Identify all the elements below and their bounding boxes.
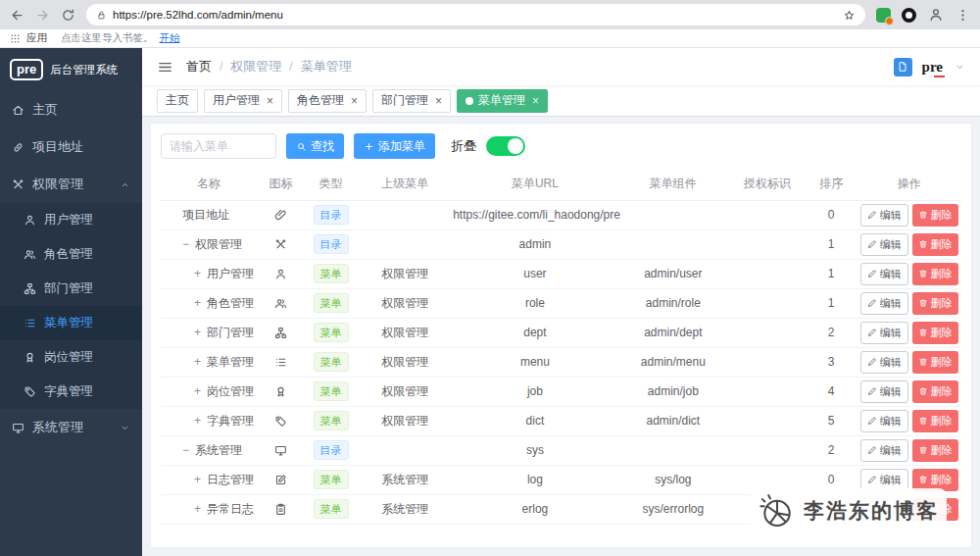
sidebar-item-menu[interactable]: 菜单管理: [0, 306, 142, 340]
delete-button[interactable]: 删除: [912, 263, 958, 285]
table-row: −权限管理 目录 admin 1 编辑删除: [161, 229, 961, 259]
sidebar-item-dict[interactable]: 字典管理: [0, 375, 142, 409]
sidebar-item-user[interactable]: 用户管理: [0, 203, 142, 237]
message-icon[interactable]: [894, 58, 912, 76]
clipboard-icon: [274, 503, 287, 516]
delete-button[interactable]: 删除: [912, 204, 958, 227]
refresh-icon[interactable]: [61, 8, 75, 23]
edit-button[interactable]: 编辑: [860, 380, 908, 403]
type-badge: 目录: [314, 234, 349, 254]
delete-button[interactable]: 删除: [912, 351, 958, 374]
tree-toggle[interactable]: −: [182, 237, 189, 251]
tab-menu[interactable]: 菜单管理×: [457, 89, 548, 113]
edit-button[interactable]: 编辑: [860, 292, 908, 315]
user-menu-caret-icon[interactable]: [955, 62, 965, 73]
sidebar-toggle-icon[interactable]: [157, 59, 173, 76]
tab-dept[interactable]: 部门管理×: [372, 89, 451, 113]
menu-type-cell: 菜单: [305, 465, 357, 494]
edit-button[interactable]: 编辑: [860, 351, 908, 374]
extension-icon-dark[interactable]: [902, 8, 916, 23]
menu-name-cell: +菜单管理: [161, 347, 257, 377]
menu-type-cell: 目录: [305, 229, 357, 259]
bookmarks-start-link[interactable]: 开始: [160, 31, 180, 45]
tab-home[interactable]: 主页: [157, 89, 198, 113]
delete-button[interactable]: 删除: [912, 380, 958, 403]
menu-icon-cell: [257, 465, 305, 494]
tab-close-icon[interactable]: ×: [351, 95, 358, 107]
sidebar-item-dept[interactable]: 部门管理: [0, 272, 142, 306]
tree-toggle[interactable]: +: [194, 502, 201, 516]
search-button[interactable]: 查找: [286, 133, 344, 159]
sidebar-item-home[interactable]: 主页: [0, 91, 142, 128]
bookmark-star-icon[interactable]: [843, 9, 856, 22]
collapse-toggle[interactable]: [486, 136, 525, 156]
tree-toggle[interactable]: +: [194, 296, 201, 310]
sidebar: pre 后台管理系统 主页项目地址权限管理用户管理角色管理部门管理菜单管理岗位管…: [0, 48, 142, 556]
sidebar-item-permission[interactable]: 权限管理: [0, 166, 142, 203]
type-badge: 菜单: [314, 264, 349, 283]
menu-type-cell: 菜单: [305, 494, 357, 524]
tab-user[interactable]: 用户管理×: [204, 89, 282, 113]
type-badge: 菜单: [314, 352, 349, 372]
tab-close-icon[interactable]: ×: [435, 95, 442, 107]
brand-logo[interactable]: pre: [922, 59, 945, 76]
address-bar[interactable]: https://pre.52lhd.com/admin/menu: [86, 4, 865, 25]
sidebar-item-label: 岗位管理: [44, 349, 93, 366]
sidebar-item-job[interactable]: 岗位管理: [0, 340, 142, 375]
tree-toggle[interactable]: −: [182, 443, 189, 457]
delete-button[interactable]: 删除: [912, 292, 958, 315]
tree-toggle[interactable]: +: [194, 326, 201, 339]
pencil-icon: [867, 269, 877, 278]
users-icon: [274, 297, 287, 310]
parent-menu-cell: [357, 200, 453, 229]
sidebar-item-label: 角色管理: [44, 246, 93, 263]
edit-button[interactable]: 编辑: [860, 204, 908, 227]
watermark-logo-icon: [759, 492, 796, 530]
sort-cell: 1: [806, 259, 858, 288]
breadcrumb-item[interactable]: 权限管理: [230, 58, 281, 76]
delete-button[interactable]: 删除: [912, 410, 958, 432]
menu-name-cell: −权限管理: [161, 229, 257, 259]
tree-toggle[interactable]: +: [194, 384, 201, 398]
profile-avatar-icon[interactable]: [927, 6, 945, 24]
tab-role[interactable]: 角色管理×: [288, 89, 367, 113]
back-icon[interactable]: [10, 8, 24, 23]
url-text: https://pre.52lhd.com/admin/menu: [113, 9, 837, 21]
actions-cell: 编辑删除: [858, 200, 961, 229]
sidebar-item-system[interactable]: 系统管理: [0, 409, 142, 446]
menu-icon-cell: [257, 318, 305, 347]
pencil-icon: [867, 328, 877, 337]
add-menu-button[interactable]: 添加菜单: [354, 133, 435, 159]
sidebar-item-role[interactable]: 角色管理: [0, 237, 142, 272]
edit-button[interactable]: 编辑: [860, 263, 908, 285]
menu-search-input[interactable]: [161, 133, 276, 159]
menu-component-cell: [617, 200, 729, 229]
sidebar-item-project-url[interactable]: 项目地址: [0, 128, 142, 166]
tools-icon: [12, 178, 24, 191]
tree-toggle[interactable]: +: [194, 414, 201, 428]
edit-button[interactable]: 编辑: [860, 233, 908, 256]
parent-menu-cell: 权限管理: [357, 377, 453, 406]
delete-button[interactable]: 删除: [912, 439, 958, 462]
apps-label[interactable]: 应用: [26, 31, 47, 45]
breadcrumb-item[interactable]: 首页: [186, 58, 212, 76]
tree-toggle[interactable]: +: [194, 355, 201, 369]
apps-grid-icon[interactable]: [10, 29, 21, 47]
edit-button[interactable]: 编辑: [860, 410, 908, 432]
menu-url-cell: admin: [453, 229, 616, 259]
extension-icon-green[interactable]: [876, 8, 891, 23]
edit-button[interactable]: 编辑: [860, 439, 908, 462]
delete-button[interactable]: 删除: [912, 233, 958, 256]
tab-close-icon[interactable]: ×: [267, 95, 273, 107]
auth-cell: [729, 435, 806, 465]
tab-close-icon[interactable]: ×: [532, 95, 539, 107]
column-header: 类型: [305, 169, 357, 200]
main-area: 首页/权限管理/菜单管理 pre 主页用户管理×角色管理×部门管理×菜单管理× …: [142, 48, 980, 556]
tree-toggle[interactable]: +: [194, 473, 201, 486]
browser-menu-icon[interactable]: [956, 8, 970, 23]
edit-button[interactable]: 编辑: [860, 322, 908, 344]
tree-toggle[interactable]: +: [194, 267, 201, 280]
forward-icon[interactable]: [35, 8, 50, 23]
delete-button[interactable]: 删除: [912, 322, 958, 344]
chevron-down-icon: [955, 62, 965, 73]
